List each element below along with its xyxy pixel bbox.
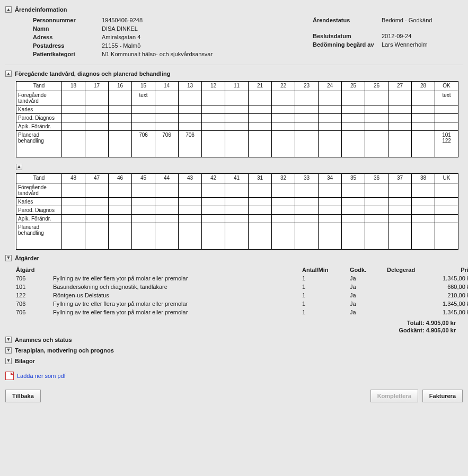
- tooth-cell: 101 122: [435, 131, 458, 157]
- action-godk: Ja: [350, 284, 387, 290]
- tooth-cell: [225, 91, 249, 105]
- tooth-cell: [109, 206, 132, 214]
- tooth-cell: [225, 131, 249, 157]
- tooth-cell: [155, 214, 179, 223]
- tooth-cell: [295, 214, 319, 223]
- kv-beslutsdatum: Beslutsdatum2012-09-24: [313, 33, 463, 39]
- komplettera-button[interactable]: Komplettera: [370, 390, 418, 402]
- tooth-cell: 706: [132, 131, 155, 157]
- tillbaka-button[interactable]: Tillbaka: [5, 390, 41, 402]
- section-title: Bilagor: [15, 358, 35, 364]
- tooth-cell: [319, 105, 342, 114]
- kv-adress: AdressAmiralsgatan 4: [33, 34, 302, 40]
- expand-icon[interactable]: ▼: [5, 337, 12, 343]
- tooth-cell: [85, 122, 109, 131]
- row-label: Föregående tandvård: [16, 91, 62, 105]
- tooth-cell: [435, 183, 458, 197]
- tooth-cell: [155, 183, 179, 197]
- tooth-cell: [365, 206, 388, 214]
- tooth-cell: [272, 197, 295, 206]
- godkant-label: Godkänt:: [399, 327, 424, 333]
- tooth-cell: [85, 223, 109, 249]
- tooth-cell: [319, 206, 342, 214]
- row-label: Föregående tandvård: [16, 183, 62, 197]
- tooth-cell: [319, 122, 342, 131]
- collapse-icon[interactable]: ▲: [5, 6, 12, 13]
- tooth-cell: [365, 131, 388, 157]
- tooth-cell: [342, 122, 365, 131]
- tooth-cell: [225, 223, 249, 249]
- tooth-cell: 706: [155, 131, 179, 157]
- tooth-cell: [435, 223, 458, 249]
- tooth-cell: [132, 214, 155, 223]
- tooth-cell: [435, 214, 458, 223]
- tooth-cell: [179, 197, 202, 206]
- tooth-cell: [435, 206, 458, 214]
- th-tooth: 23: [295, 82, 319, 91]
- tooth-cell: [109, 122, 132, 131]
- tooth-cell: [179, 105, 202, 114]
- download-pdf-link[interactable]: Ladda ner som pdf: [17, 373, 66, 379]
- tooth-cell: [319, 114, 342, 122]
- tooth-cell: [295, 223, 319, 249]
- section-title: Ärendeinformation: [15, 6, 67, 13]
- tooth-cell: [388, 206, 412, 214]
- collapse-icon[interactable]: ▲: [16, 164, 22, 170]
- th-tooth: 36: [365, 173, 388, 183]
- tooth-cell: [365, 197, 388, 206]
- tooth-cell: [202, 197, 225, 206]
- tooth-cell: [319, 223, 342, 249]
- tooth-cell: [202, 122, 225, 131]
- fakturera-button[interactable]: Fakturera: [422, 390, 463, 402]
- th-tooth: 35: [342, 173, 365, 183]
- tooth-cell: [85, 131, 109, 157]
- action-row: 706Fyllning av tre eller flera ytor på m…: [16, 308, 461, 316]
- expand-icon[interactable]: ▼: [5, 358, 12, 364]
- tooth-cell: [435, 197, 458, 206]
- tooth-cell: [109, 183, 132, 197]
- action-row: 706Fyllning av tre eller flera ytor på m…: [16, 274, 461, 283]
- tooth-cell: [272, 183, 295, 197]
- tooth-cell: [109, 131, 132, 157]
- action-godk: Ja: [350, 275, 387, 281]
- tooth-cell: [412, 183, 435, 197]
- tooth-cell: [249, 223, 272, 249]
- kv-begard: Bedömning begärd avLars Wennerholm: [313, 41, 463, 48]
- expand-icon[interactable]: ▼: [5, 347, 12, 354]
- tooth-cell: [109, 214, 132, 223]
- tooth-cell: [412, 197, 435, 206]
- collapse-icon[interactable]: ▲: [5, 70, 12, 77]
- tooth-cell: [62, 114, 85, 122]
- tooth-cell: [388, 105, 412, 114]
- tooth-cell: [412, 122, 435, 131]
- section-title: Åtgärder: [15, 255, 39, 261]
- row-label: Karies: [16, 197, 62, 206]
- tooth-cell: [155, 122, 179, 131]
- tooth-cell: [62, 122, 85, 131]
- action-pris: 660,00 kr: [429, 284, 468, 290]
- tooth-cell: [179, 122, 202, 131]
- tooth-cell: [412, 105, 435, 114]
- tooth-cell: [109, 197, 132, 206]
- th-tooth: 18: [62, 82, 85, 91]
- th-tooth: 25: [342, 82, 365, 91]
- tooth-cell: [132, 183, 155, 197]
- tooth-cell: [342, 214, 365, 223]
- tooth-cell: [155, 197, 179, 206]
- action-code: 706: [16, 301, 53, 307]
- tooth-cell: [109, 223, 132, 249]
- th-tooth: 31: [249, 173, 272, 183]
- expand-icon[interactable]: ▼: [5, 255, 12, 261]
- col-antal: Antal/Min: [302, 267, 350, 273]
- tooth-cell: [435, 105, 458, 114]
- th-tooth: 22: [272, 82, 295, 91]
- actions-table: Åtgärd Antal/Min Godk. Delegerad Pris 70…: [16, 266, 461, 333]
- tooth-cell: [62, 105, 85, 114]
- col-atgard: Åtgärd: [16, 267, 53, 273]
- tooth-cell: [295, 114, 319, 122]
- section-anamnes-header: ▼ Anamnes och status: [5, 337, 463, 343]
- tooth-cell: [249, 214, 272, 223]
- section-title: Anamnes och status: [15, 337, 72, 343]
- tooth-cell: [295, 105, 319, 114]
- tooth-cell: [249, 206, 272, 214]
